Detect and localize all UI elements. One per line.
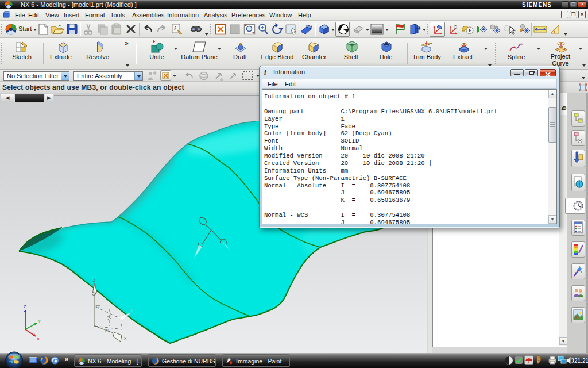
svg-text:Y: Y bbox=[130, 309, 133, 313]
svg-text:XC: XC bbox=[105, 328, 110, 332]
svg-text:Y: Y bbox=[38, 319, 41, 324]
svg-text:Z: Z bbox=[93, 278, 95, 282]
svg-text:Z: Z bbox=[24, 304, 26, 309]
svg-text:X: X bbox=[124, 336, 127, 340]
svg-text:X: X bbox=[37, 336, 40, 342]
svg-text:ZC: ZC bbox=[95, 305, 100, 309]
